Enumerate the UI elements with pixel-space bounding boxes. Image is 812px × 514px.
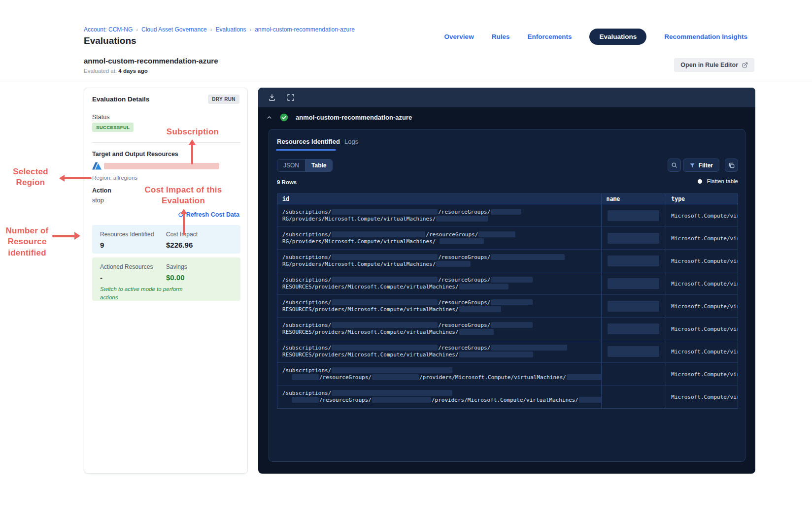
- redacted-name: [608, 210, 659, 221]
- redacted-value: [491, 277, 533, 283]
- azure-icon: [92, 162, 102, 170]
- redacted-value: [332, 367, 452, 373]
- external-link-icon: [742, 62, 748, 68]
- annotation-subscription: Subscription: [153, 127, 233, 137]
- table-header-row: id name type: [277, 194, 738, 204]
- region-label: Region: allregions: [92, 175, 137, 181]
- column-header-name[interactable]: name: [602, 194, 667, 204]
- resources-card: Resources Identified Logs JSON Table Fil…: [269, 129, 745, 462]
- breadcrumb: Account: CCM-NG›Cloud Asset Governance›E…: [84, 26, 355, 33]
- table-row: /subscriptions//resourceGroups/RESOURCES…: [277, 272, 738, 295]
- evaluated-at: Evaluated at: 4 days ago: [84, 68, 148, 74]
- breadcrumb-item-governance[interactable]: Cloud Asset Governance: [141, 26, 207, 33]
- redacted-value: [372, 374, 419, 380]
- refresh-cost-data-label: Refresh Cost Data: [186, 211, 239, 218]
- json-table-toggle: JSON Table: [277, 159, 333, 172]
- filter-label: Filter: [699, 162, 713, 169]
- redacted-value: [436, 261, 471, 267]
- collapse-chevron-icon[interactable]: [266, 114, 272, 121]
- column-header-type[interactable]: type: [666, 194, 738, 204]
- search-icon[interactable]: [668, 159, 681, 172]
- flatten-table-radio[interactable]: [698, 179, 702, 184]
- evaluation-details-card: Evaluation Details DRY RUN Status SUCCES…: [84, 88, 248, 474]
- tab-resources-identified[interactable]: Resources Identified: [277, 138, 340, 145]
- tab-recommendation-insights[interactable]: Recommendation Insights: [664, 33, 747, 40]
- divider: [92, 142, 240, 143]
- evaluated-at-value: 4 days ago: [118, 68, 147, 74]
- top-nav-tabs: Overview Rules Enforcements Evaluations …: [444, 29, 747, 45]
- breadcrumb-item-rule[interactable]: anmol-custom-recommendation-azure: [255, 26, 355, 33]
- type-cell: Microsoft.Compute/virtu: [666, 295, 738, 317]
- filter-button[interactable]: Filter: [683, 159, 719, 172]
- actioned-resources-label: Actioned Resources: [100, 263, 153, 270]
- output-rule-title: anmol-custom-recommendation-azure: [296, 114, 412, 121]
- status-badge: SUCCESSFUL: [92, 123, 134, 132]
- resources-identified-value: 9: [100, 241, 154, 249]
- breadcrumb-item-account[interactable]: Account: CCM-NG: [84, 26, 133, 33]
- rows-count: 9 Rows: [277, 179, 297, 185]
- redacted-value: [491, 254, 565, 260]
- evaluation-title: anmol-custom-recommendation-azure: [84, 57, 218, 65]
- column-header-id[interactable]: id: [277, 194, 602, 204]
- evaluation-result-header[interactable]: anmol-custom-recommendation-azure: [266, 113, 412, 122]
- redacted-value: [332, 254, 438, 260]
- redacted-value: [459, 306, 501, 312]
- flatten-table-label: Flatten table: [707, 178, 738, 184]
- redacted-name: [608, 278, 659, 289]
- type-cell: Microsoft.Compute/virtu: [666, 340, 738, 362]
- redacted-name: [608, 323, 659, 334]
- evaluation-output-panel: anmol-custom-recommendation-azure Resour…: [258, 88, 755, 474]
- redacted-value: [332, 345, 438, 351]
- type-cell: Microsoft.Compute/virtu: [666, 363, 738, 385]
- type-cell: Microsoft.Compute/virtu: [666, 250, 738, 272]
- resources-table: id name type /subscriptions//resourceGro…: [277, 193, 738, 409]
- flatten-table-control[interactable]: Flatten table: [698, 178, 738, 184]
- tab-overview[interactable]: Overview: [444, 33, 474, 40]
- redacted-value: [579, 397, 601, 403]
- download-icon[interactable]: [268, 94, 276, 101]
- redacted-name: [608, 346, 659, 357]
- divider: [0, 82, 812, 82]
- page-title: Evaluations: [84, 35, 136, 46]
- toggle-table[interactable]: Table: [305, 160, 332, 171]
- evaluated-at-label: Evaluated at:: [84, 68, 117, 74]
- page: Account: CCM-NG›Cloud Asset Governance›E…: [0, 0, 812, 514]
- redacted-value: [332, 322, 438, 328]
- toggle-json[interactable]: JSON: [277, 160, 305, 171]
- actioned-savings-box: Actioned Resources - Savings $0.00 Switc…: [92, 257, 240, 301]
- annotation-cost-impact: Cost Impact of this Evaluation: [143, 185, 224, 207]
- redacted-value: [292, 374, 319, 380]
- annotation-subscription-arrow: [191, 144, 193, 164]
- switch-active-mode-note: Switch to active mode to perform actions: [100, 285, 199, 301]
- open-rule-editor-label: Open in Rule Editor: [680, 62, 738, 68]
- open-rule-editor-button[interactable]: Open in Rule Editor: [674, 58, 754, 72]
- breadcrumb-item-evaluations[interactable]: Evaluations: [215, 26, 246, 33]
- redacted-value: [292, 397, 319, 403]
- fullscreen-icon[interactable]: [287, 94, 295, 101]
- redacted-value: [332, 231, 425, 237]
- status-label: Status: [92, 114, 109, 121]
- details-card-title: Evaluation Details: [92, 96, 149, 103]
- savings-label: Savings: [166, 263, 187, 270]
- redacted-value: [478, 231, 515, 237]
- action-value: stop: [92, 197, 104, 204]
- table-row: /subscriptions//resourceGroups/RG/provid…: [277, 227, 738, 250]
- table-row: /subscriptions//resourceGroups//provider…: [277, 363, 738, 386]
- cost-impact-label: Cost Impact: [166, 231, 198, 238]
- redacted-value: [332, 209, 438, 215]
- tab-evaluations[interactable]: Evaluations: [589, 29, 646, 45]
- copy-icon[interactable]: [725, 159, 738, 172]
- redacted-value: [491, 209, 521, 215]
- breadcrumb-chevron-icon: ›: [136, 27, 138, 32]
- resources-table-body: /subscriptions//resourceGroups/RG/provid…: [277, 204, 738, 408]
- table-row: /subscriptions//resourceGroups/RESOURCES…: [277, 295, 738, 318]
- tab-rules[interactable]: Rules: [492, 33, 510, 40]
- annotation-selected-region-arrow: [64, 177, 92, 179]
- table-row: /subscriptions//resourceGroups/RG/provid…: [277, 250, 738, 272]
- tab-logs[interactable]: Logs: [344, 138, 358, 145]
- dry-run-badge: DRY RUN: [208, 95, 239, 104]
- action-label: Action: [92, 187, 111, 194]
- redacted-value: [491, 345, 567, 351]
- table-row: /subscriptions//resourceGroups/RESOURCES…: [277, 340, 738, 363]
- tab-enforcements[interactable]: Enforcements: [527, 33, 572, 40]
